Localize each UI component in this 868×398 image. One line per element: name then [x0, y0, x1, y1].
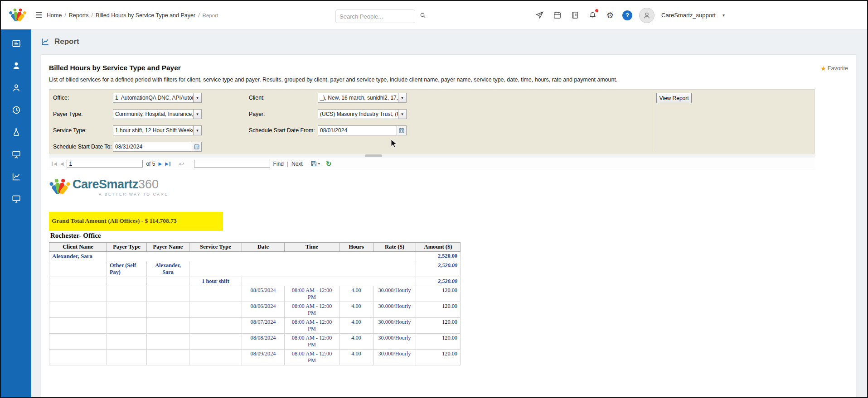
- first-page-button[interactable]: ◀: [52, 162, 57, 166]
- horizontal-scrollbar[interactable]: [49, 154, 815, 158]
- empty-cell: [107, 286, 147, 302]
- breadcrumb-home[interactable]: Home: [47, 12, 62, 19]
- payer-type-label: Payer Type:: [53, 111, 82, 117]
- refresh-button[interactable]: ↻: [326, 160, 332, 168]
- dropdown-arrow-icon[interactable]: ▼: [193, 126, 201, 135]
- last-page-button[interactable]: ▶: [165, 162, 170, 166]
- date-from-input[interactable]: [318, 126, 397, 135]
- cell-time: 08:00 AM - 12:00 PM: [285, 286, 339, 302]
- cell-date: 08/09/2024: [242, 350, 285, 365]
- dropdown-arrow-icon[interactable]: ▼: [193, 110, 201, 119]
- service-type-select[interactable]: 1 hour shift, 12 Hour Shift Weeke ▼: [113, 125, 202, 135]
- cell-time: 08:00 AM - 12:00 PM: [285, 302, 339, 318]
- find-text-input[interactable]: [194, 160, 270, 168]
- cell-amount: 120.00: [416, 286, 461, 302]
- payer-select[interactable]: (UCS) Masonry Industry Trust, (U ▼: [318, 109, 407, 119]
- chevron-down-icon: ▾: [318, 162, 320, 166]
- service-type-label: Service Type:: [53, 127, 87, 134]
- service-total: 2,520.00: [416, 277, 461, 286]
- empty-cell: [49, 261, 107, 277]
- favorite-button[interactable]: ★ Favorite: [820, 65, 848, 72]
- sidebar-item-dashboard[interactable]: [6, 34, 26, 53]
- cell-rate: 30.000/Hourly: [373, 302, 416, 318]
- dropdown-arrow-icon[interactable]: ▼: [193, 93, 201, 102]
- cell-amount: 120.00: [416, 302, 461, 318]
- sidebar-item-operations[interactable]: [6, 123, 26, 141]
- next-page-button[interactable]: ▶: [158, 162, 162, 166]
- sidebar-item-marketing[interactable]: [6, 145, 26, 163]
- search-icon[interactable]: [419, 12, 427, 21]
- cell-hours: 4.00: [339, 350, 373, 365]
- col-time: Time: [285, 243, 339, 252]
- export-button[interactable]: ▾: [310, 160, 320, 167]
- filter-panel-divider: [653, 92, 653, 152]
- empty-cell: [147, 286, 189, 302]
- sidebar-item-scheduling[interactable]: [6, 101, 26, 119]
- back-to-parent-icon[interactable]: ↩: [179, 160, 184, 168]
- sidebar-item-clients[interactable]: [6, 57, 26, 75]
- scrollbar-thumb[interactable]: [365, 154, 382, 157]
- breadcrumb: Home / Reports / Billed Hours by Service…: [47, 12, 218, 19]
- breadcrumb-report-name[interactable]: Billed Hours by Service Type and Payer: [96, 12, 195, 19]
- filter-panel: Office: 1. AutomationQA DNC, APIAutom ▼ …: [49, 89, 815, 153]
- empty-cell: [107, 334, 147, 350]
- empty-cell: [107, 302, 147, 318]
- contacts-button[interactable]: [569, 10, 580, 21]
- empty-cell: [147, 277, 189, 286]
- empty-cell: [147, 318, 189, 334]
- previous-page-button[interactable]: ◀: [60, 162, 64, 166]
- user-avatar-icon: [642, 11, 651, 20]
- paper-plane-icon: [535, 11, 544, 19]
- page-number-input[interactable]: [67, 160, 143, 168]
- date-from-label: Schedule Start Date From:: [249, 127, 315, 134]
- sidebar-item-caregivers[interactable]: [6, 79, 26, 97]
- empty-cell: [189, 350, 242, 365]
- calendar-picker-icon[interactable]: [397, 126, 406, 135]
- empty-cell: [189, 302, 242, 318]
- report-logo: CareSmartz360 A BETTER WAY TO CARE: [49, 175, 848, 198]
- date-to-input[interactable]: [113, 142, 192, 151]
- view-report-button[interactable]: View Report: [656, 93, 692, 103]
- cell-hours: 4.00: [339, 334, 373, 350]
- empty-cell: [49, 350, 107, 365]
- payer-type-select[interactable]: Community, Hospital, Insurance, ▼: [113, 109, 202, 119]
- find-button[interactable]: Find: [273, 161, 284, 167]
- breadcrumb-reports[interactable]: Reports: [69, 12, 89, 19]
- caregiver-icon: [11, 83, 21, 93]
- dropdown-arrow-icon[interactable]: ▼: [398, 93, 406, 102]
- find-next-button[interactable]: Next: [291, 161, 303, 167]
- search-input[interactable]: [339, 13, 419, 20]
- breadcrumb-current: Report: [203, 13, 218, 18]
- cell-time: 08:00 AM - 12:00 PM: [285, 350, 339, 365]
- topbar: ☰ Home / Reports / Billed Hours by Servi…: [1, 1, 867, 29]
- user-menu[interactable]: CareSmartz_support: [661, 12, 716, 19]
- office-select[interactable]: 1. AutomationQA DNC, APIAutom ▼: [113, 93, 202, 103]
- cell-rate: 30.000/Hourly: [373, 350, 416, 365]
- report-logo-text: CareSmartz360 A BETTER WAY TO CARE: [73, 175, 169, 197]
- settings-button[interactable]: ⚙: [605, 10, 616, 21]
- cell-hours: 4.00: [339, 286, 373, 302]
- sidebar-item-reports[interactable]: [6, 168, 26, 186]
- hamburger-menu-icon[interactable]: ☰: [35, 10, 42, 20]
- payer-type-select-value: Community, Hospital, Insurance,: [113, 110, 193, 119]
- avatar[interactable]: [639, 8, 655, 23]
- table-row: 08/08/2024 08:00 AM - 12:00 PM 4.00 30.0…: [49, 334, 461, 350]
- empty-cell: [189, 334, 242, 350]
- star-icon: ★: [820, 65, 826, 72]
- calendar-picker-icon[interactable]: [192, 142, 201, 151]
- calendar-button[interactable]: [552, 10, 563, 21]
- payer-name: Alexander, Sara: [147, 261, 189, 277]
- client-select[interactable]: _), New, 16 march, sunidhi2, 17, ▼: [318, 93, 407, 103]
- chevron-down-icon[interactable]: ▾: [723, 13, 725, 18]
- notifications-button[interactable]: [587, 10, 598, 21]
- breadcrumb-separator: /: [198, 12, 199, 19]
- sidebar-item-system[interactable]: [6, 190, 26, 208]
- payer-type: Other (Self Pay): [107, 261, 147, 277]
- help-button[interactable]: ?: [622, 10, 632, 20]
- paper-plane-button[interactable]: [534, 10, 545, 21]
- report-description: List of billed services for a defined pe…: [49, 77, 848, 83]
- cell-date: 08/05/2024: [242, 286, 285, 302]
- empty-cell: [189, 318, 242, 334]
- dropdown-arrow-icon[interactable]: ▼: [398, 110, 406, 119]
- page-title: Report: [54, 37, 79, 46]
